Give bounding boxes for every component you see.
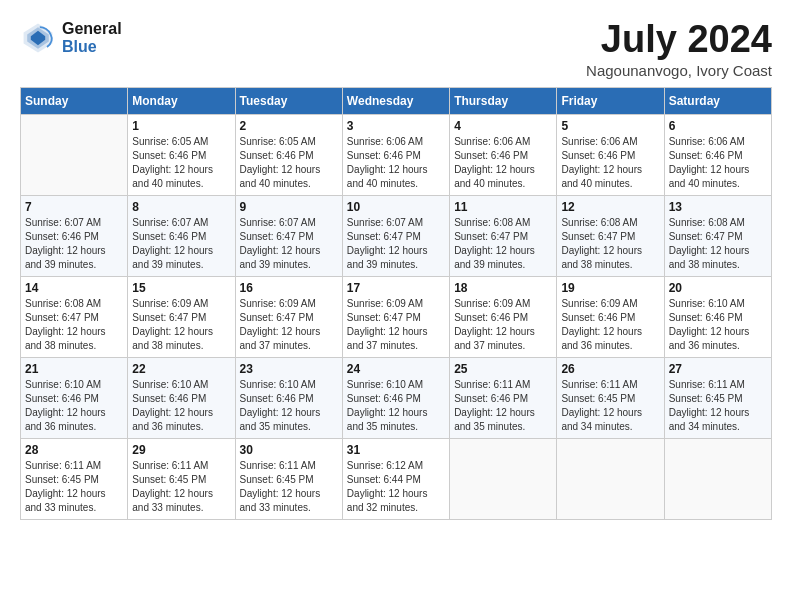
day-info: Sunrise: 6:10 AM Sunset: 6:46 PM Dayligh… <box>240 378 338 434</box>
day-number: 24 <box>347 362 445 376</box>
day-info: Sunrise: 6:10 AM Sunset: 6:46 PM Dayligh… <box>669 297 767 353</box>
day-info: Sunrise: 6:05 AM Sunset: 6:46 PM Dayligh… <box>132 135 230 191</box>
day-info: Sunrise: 6:07 AM Sunset: 6:47 PM Dayligh… <box>347 216 445 272</box>
day-info: Sunrise: 6:07 AM Sunset: 6:46 PM Dayligh… <box>25 216 123 272</box>
day-number: 8 <box>132 200 230 214</box>
calendar-day-cell: 18Sunrise: 6:09 AM Sunset: 6:46 PM Dayli… <box>450 277 557 358</box>
calendar-week-row: 28Sunrise: 6:11 AM Sunset: 6:45 PM Dayli… <box>21 439 772 520</box>
calendar-day-cell: 5Sunrise: 6:06 AM Sunset: 6:46 PM Daylig… <box>557 115 664 196</box>
day-info: Sunrise: 6:07 AM Sunset: 6:47 PM Dayligh… <box>240 216 338 272</box>
calendar-day-cell: 7Sunrise: 6:07 AM Sunset: 6:46 PM Daylig… <box>21 196 128 277</box>
calendar-week-row: 7Sunrise: 6:07 AM Sunset: 6:46 PM Daylig… <box>21 196 772 277</box>
day-number: 10 <box>347 200 445 214</box>
day-number: 19 <box>561 281 659 295</box>
calendar-day-cell: 24Sunrise: 6:10 AM Sunset: 6:46 PM Dayli… <box>342 358 449 439</box>
day-number: 1 <box>132 119 230 133</box>
day-info: Sunrise: 6:08 AM Sunset: 6:47 PM Dayligh… <box>561 216 659 272</box>
day-number: 11 <box>454 200 552 214</box>
location-subtitle: Nagounanvogo, Ivory Coast <box>586 62 772 79</box>
weekday-header-row: SundayMondayTuesdayWednesdayThursdayFrid… <box>21 88 772 115</box>
calendar-day-cell: 25Sunrise: 6:11 AM Sunset: 6:46 PM Dayli… <box>450 358 557 439</box>
calendar-day-cell: 2Sunrise: 6:05 AM Sunset: 6:46 PM Daylig… <box>235 115 342 196</box>
day-info: Sunrise: 6:11 AM Sunset: 6:45 PM Dayligh… <box>561 378 659 434</box>
day-info: Sunrise: 6:09 AM Sunset: 6:46 PM Dayligh… <box>561 297 659 353</box>
calendar-day-cell <box>450 439 557 520</box>
day-number: 29 <box>132 443 230 457</box>
page-header: General Blue July 2024 Nagounanvogo, Ivo… <box>20 20 772 79</box>
day-number: 25 <box>454 362 552 376</box>
calendar-day-cell: 22Sunrise: 6:10 AM Sunset: 6:46 PM Dayli… <box>128 358 235 439</box>
calendar-day-cell: 23Sunrise: 6:10 AM Sunset: 6:46 PM Dayli… <box>235 358 342 439</box>
calendar-day-cell: 27Sunrise: 6:11 AM Sunset: 6:45 PM Dayli… <box>664 358 771 439</box>
calendar-day-cell: 1Sunrise: 6:05 AM Sunset: 6:46 PM Daylig… <box>128 115 235 196</box>
day-number: 21 <box>25 362 123 376</box>
weekday-header-cell: Sunday <box>21 88 128 115</box>
day-info: Sunrise: 6:11 AM Sunset: 6:45 PM Dayligh… <box>240 459 338 515</box>
weekday-header-cell: Wednesday <box>342 88 449 115</box>
day-number: 13 <box>669 200 767 214</box>
day-number: 28 <box>25 443 123 457</box>
day-info: Sunrise: 6:09 AM Sunset: 6:47 PM Dayligh… <box>132 297 230 353</box>
month-year-title: July 2024 <box>586 20 772 58</box>
day-number: 6 <box>669 119 767 133</box>
day-number: 14 <box>25 281 123 295</box>
calendar-body: 1Sunrise: 6:05 AM Sunset: 6:46 PM Daylig… <box>21 115 772 520</box>
day-info: Sunrise: 6:07 AM Sunset: 6:46 PM Dayligh… <box>132 216 230 272</box>
weekday-header-cell: Monday <box>128 88 235 115</box>
logo: General Blue <box>20 20 122 56</box>
calendar-day-cell: 9Sunrise: 6:07 AM Sunset: 6:47 PM Daylig… <box>235 196 342 277</box>
day-info: Sunrise: 6:06 AM Sunset: 6:46 PM Dayligh… <box>669 135 767 191</box>
calendar-day-cell: 13Sunrise: 6:08 AM Sunset: 6:47 PM Dayli… <box>664 196 771 277</box>
day-info: Sunrise: 6:06 AM Sunset: 6:46 PM Dayligh… <box>454 135 552 191</box>
calendar-week-row: 21Sunrise: 6:10 AM Sunset: 6:46 PM Dayli… <box>21 358 772 439</box>
day-info: Sunrise: 6:12 AM Sunset: 6:44 PM Dayligh… <box>347 459 445 515</box>
day-number: 4 <box>454 119 552 133</box>
calendar-day-cell: 15Sunrise: 6:09 AM Sunset: 6:47 PM Dayli… <box>128 277 235 358</box>
calendar-day-cell <box>21 115 128 196</box>
calendar-day-cell: 10Sunrise: 6:07 AM Sunset: 6:47 PM Dayli… <box>342 196 449 277</box>
calendar-day-cell: 31Sunrise: 6:12 AM Sunset: 6:44 PM Dayli… <box>342 439 449 520</box>
weekday-header-cell: Saturday <box>664 88 771 115</box>
day-number: 26 <box>561 362 659 376</box>
day-number: 2 <box>240 119 338 133</box>
calendar-day-cell <box>664 439 771 520</box>
day-number: 22 <box>132 362 230 376</box>
weekday-header-cell: Friday <box>557 88 664 115</box>
logo-text: General Blue <box>62 20 122 55</box>
day-number: 17 <box>347 281 445 295</box>
day-info: Sunrise: 6:09 AM Sunset: 6:47 PM Dayligh… <box>240 297 338 353</box>
logo-icon <box>20 20 56 56</box>
day-info: Sunrise: 6:10 AM Sunset: 6:46 PM Dayligh… <box>25 378 123 434</box>
day-info: Sunrise: 6:08 AM Sunset: 6:47 PM Dayligh… <box>669 216 767 272</box>
calendar-day-cell: 6Sunrise: 6:06 AM Sunset: 6:46 PM Daylig… <box>664 115 771 196</box>
day-number: 27 <box>669 362 767 376</box>
calendar-day-cell: 26Sunrise: 6:11 AM Sunset: 6:45 PM Dayli… <box>557 358 664 439</box>
calendar-day-cell: 17Sunrise: 6:09 AM Sunset: 6:47 PM Dayli… <box>342 277 449 358</box>
day-info: Sunrise: 6:08 AM Sunset: 6:47 PM Dayligh… <box>25 297 123 353</box>
day-info: Sunrise: 6:05 AM Sunset: 6:46 PM Dayligh… <box>240 135 338 191</box>
day-info: Sunrise: 6:11 AM Sunset: 6:45 PM Dayligh… <box>25 459 123 515</box>
calendar-day-cell: 11Sunrise: 6:08 AM Sunset: 6:47 PM Dayli… <box>450 196 557 277</box>
day-number: 16 <box>240 281 338 295</box>
day-number: 15 <box>132 281 230 295</box>
day-info: Sunrise: 6:10 AM Sunset: 6:46 PM Dayligh… <box>347 378 445 434</box>
day-number: 18 <box>454 281 552 295</box>
calendar-day-cell <box>557 439 664 520</box>
day-info: Sunrise: 6:11 AM Sunset: 6:46 PM Dayligh… <box>454 378 552 434</box>
day-number: 23 <box>240 362 338 376</box>
day-info: Sunrise: 6:10 AM Sunset: 6:46 PM Dayligh… <box>132 378 230 434</box>
calendar-week-row: 14Sunrise: 6:08 AM Sunset: 6:47 PM Dayli… <box>21 277 772 358</box>
calendar-day-cell: 30Sunrise: 6:11 AM Sunset: 6:45 PM Dayli… <box>235 439 342 520</box>
calendar-day-cell: 21Sunrise: 6:10 AM Sunset: 6:46 PM Dayli… <box>21 358 128 439</box>
calendar-day-cell: 16Sunrise: 6:09 AM Sunset: 6:47 PM Dayli… <box>235 277 342 358</box>
day-info: Sunrise: 6:08 AM Sunset: 6:47 PM Dayligh… <box>454 216 552 272</box>
calendar-day-cell: 19Sunrise: 6:09 AM Sunset: 6:46 PM Dayli… <box>557 277 664 358</box>
weekday-header-cell: Thursday <box>450 88 557 115</box>
day-number: 31 <box>347 443 445 457</box>
day-number: 12 <box>561 200 659 214</box>
calendar-day-cell: 8Sunrise: 6:07 AM Sunset: 6:46 PM Daylig… <box>128 196 235 277</box>
day-info: Sunrise: 6:09 AM Sunset: 6:46 PM Dayligh… <box>454 297 552 353</box>
day-number: 7 <box>25 200 123 214</box>
day-number: 30 <box>240 443 338 457</box>
day-number: 20 <box>669 281 767 295</box>
